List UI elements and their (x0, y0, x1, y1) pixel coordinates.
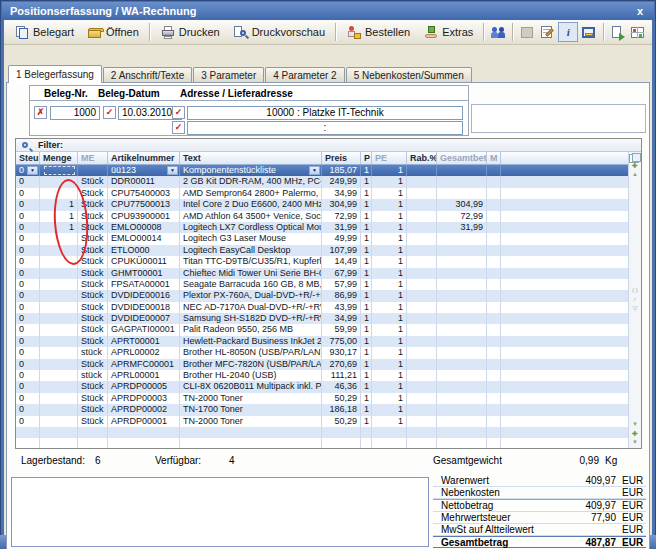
print-button[interactable]: Drucken (154, 22, 226, 43)
cell-p: 1 (361, 176, 372, 187)
notes-button[interactable] (538, 22, 558, 42)
lieferadresse-field[interactable]: : (187, 121, 463, 135)
table-row[interactable]: 0 Stück GHMT00001 Chieftec Midi Tower Un… (16, 268, 628, 279)
table-row[interactable]: 0 1 Stück CPU77500013 Intel Core 2 Duo E… (16, 199, 628, 210)
cell-p: 1 (361, 393, 372, 404)
tab-belegerfassung[interactable]: 1 Belegerfassung (8, 65, 102, 83)
table-row[interactable]: 0 Stück CPU75400003 AMD Sempron64 2800+ … (16, 188, 628, 199)
selected-row[interactable]: 0 ▼ üü123 ▼ Komponentenstückliste ▼ (16, 165, 628, 176)
col-header-m[interactable]: M (487, 152, 501, 164)
table-row[interactable]: 0 Stück DVDIDE00016 Plextor PX-760A, Dua… (16, 290, 628, 301)
scroll-down-icon[interactable]: ▼ (632, 420, 638, 429)
edit-lieferadresse-icon[interactable]: ✓ (172, 121, 185, 134)
order-button[interactable]: Bestellen (340, 22, 416, 43)
cell-filler (501, 404, 628, 415)
cell-menge (40, 245, 78, 256)
totals-unit: EUR (616, 524, 646, 535)
customers-button[interactable] (488, 22, 508, 42)
position-text-box[interactable] (11, 477, 429, 547)
tab-parameter-2[interactable]: 4 Parameter 2 (265, 67, 344, 83)
table-row[interactable]: 0 1 Stück CPU93900001 AMD Athlon 64 3500… (16, 211, 628, 222)
delete-icon[interactable]: ✗ (34, 106, 47, 119)
menge-edit-box[interactable] (44, 166, 75, 175)
text-dropdown-icon[interactable]: ▼ (309, 166, 320, 175)
print-preview-button[interactable]: Druckvorschau (227, 22, 331, 43)
totals-unit: EUR (616, 487, 646, 498)
table-row[interactable]: 0 Stück APRDP00001 TN-2000 Toner 50,29 1… (16, 416, 628, 427)
table-row[interactable]: 0 Stück GAGPATI00001 Palit Radeon 9550, … (16, 324, 628, 335)
table-row[interactable]: 0 Stück DVDIDE00018 NEC AD-7170A Dual-DV… (16, 302, 628, 313)
steu-dropdown-icon[interactable]: ▼ (27, 166, 38, 175)
cell-text: TN-1700 Toner (180, 404, 322, 415)
export-button[interactable] (608, 22, 628, 42)
col-header-menge[interactable]: Menge (40, 152, 78, 164)
cell-me: Stück (78, 393, 108, 404)
grid-nav-strip[interactable]: ▲ ✚ ▲ ( ) ⌕ ▽ ▼ ✚ ▼ (628, 152, 641, 448)
col-header-p[interactable]: P (361, 152, 372, 164)
col-header-steu[interactable]: Steu (16, 152, 40, 164)
tab-anschrift-texte[interactable]: 2 Anschrift/Texte (103, 67, 192, 83)
brackets-icon[interactable]: ( ) (632, 286, 638, 295)
table-row[interactable]: 0 1 Stück EMLO00008 Logitech LX7 Cordles… (16, 222, 628, 233)
cell-menge (40, 233, 78, 244)
col-header-me[interactable]: ME (78, 152, 108, 164)
column-chooser-icon[interactable] (629, 154, 639, 163)
table-row[interactable]: 0 Stück DVDIDE00007 Samsung SH-S182D DVD… (16, 313, 628, 324)
cell-m (487, 290, 501, 301)
cell-me: Stück (78, 268, 108, 279)
belegart-button[interactable]: Belegart (8, 22, 80, 43)
title-bar[interactable]: Positionserfassung / WA-Rechnung x (2, 2, 654, 20)
panel-button[interactable] (517, 22, 537, 42)
append-row-icon[interactable]: ✚ (632, 429, 638, 438)
table-row[interactable]: 0 Stück DDR00011 2 GB Kit DDR-RAM, 400 M… (16, 176, 628, 187)
col-header-preis[interactable]: Preis (322, 152, 361, 164)
adresse-field[interactable]: 10000 : Platzke IT-Technik (187, 106, 463, 120)
cell-steu: 0 (16, 188, 40, 199)
cell-preis: 67,99 (322, 268, 361, 279)
tab-parameter[interactable]: 3 Parameter (193, 67, 264, 83)
cell-me: Stück (78, 222, 108, 233)
empty-row[interactable] (16, 427, 628, 438)
open-button[interactable]: Öffnen (81, 22, 145, 43)
table-row[interactable]: 0 Stück APRDP00003 TN-2000 Toner 50,29 1… (16, 393, 628, 404)
table-row[interactable]: 0 Stück FPSATA00001 Seagate Barracuda 16… (16, 279, 628, 290)
grid-filter-row[interactable]: Filter: (16, 139, 641, 152)
cell-text: 2 GB Kit DDR-RAM, 400 MHz, PC-3200, G.Sk… (180, 176, 322, 187)
artikelnummer-dropdown-icon[interactable]: ▼ (167, 166, 178, 175)
side-notes-field[interactable] (471, 104, 646, 133)
col-header-gesamtbetrag[interactable]: Gesamtbetrag (437, 152, 487, 164)
table-row[interactable]: 0 Stück EMLO00014 Logitech G3 Laser Mous… (16, 233, 628, 244)
scroll-bottom-icon[interactable]: ▼ (632, 438, 638, 447)
table-row[interactable]: 0 stück APRL00002 Brother HL-8050N (USB/… (16, 347, 628, 358)
col-header-text[interactable]: Text (180, 152, 322, 164)
scroll-up-icon[interactable]: ▲ (632, 170, 638, 179)
col-header-artikelnummer[interactable]: Artikelnummer (108, 152, 180, 164)
filter-funnel-icon[interactable]: ▽ (633, 304, 638, 313)
table-row[interactable]: 0 Stück CPUKÜ00011 Titan TTC-D9TB/CU35/R… (16, 256, 628, 267)
tab-nebenkosten-summen[interactable]: 5 Nebenkosten/Summen (346, 67, 472, 83)
cell-menge-editor[interactable] (40, 165, 78, 176)
beleg-nr-field[interactable]: 1000 (50, 106, 100, 120)
edit-date-icon[interactable]: ✓ (103, 106, 116, 119)
table-row[interactable]: 0 Stück ETLO000 Logitech EasyCall Deskto… (16, 245, 628, 256)
frame-button[interactable] (579, 22, 599, 42)
cell-menge (40, 302, 78, 313)
empty-row[interactable] (16, 438, 628, 448)
close-button[interactable]: x (634, 5, 646, 17)
cell-m (487, 359, 501, 370)
col-header-pe[interactable]: PE (372, 152, 407, 164)
table-row[interactable]: 0 Stück APRT00001 Hewlett-Packard Busine… (16, 336, 628, 347)
table-row[interactable]: 0 Stück APRDP00002 TN-1700 Toner 186,18 … (16, 404, 628, 415)
extras-button[interactable]: Extras (417, 22, 479, 43)
cell-artikelnummer[interactable]: üü123 ▼ (108, 165, 180, 176)
edit-adresse-icon[interactable]: ✓ (172, 106, 185, 119)
info-button[interactable]: i (558, 22, 578, 42)
table-row[interactable]: 0 Stück APRMFC00001 Brother MFC-7820N (U… (16, 359, 628, 370)
col-header-rab[interactable]: Rab.% (407, 152, 437, 164)
table-row[interactable]: 0 Stück APRDP00005 CLI-8X 0620B011 Multi… (16, 381, 628, 392)
table-button[interactable] (628, 22, 648, 42)
cell-text[interactable]: Komponentenstückliste ▼ (180, 165, 322, 176)
table-row[interactable]: 0 stück APRL00001 Brother HL-2040 (USB) … (16, 370, 628, 381)
search-icon[interactable]: ⌕ (633, 295, 636, 304)
cell-gesamtbetrag: 72,99 (437, 211, 487, 222)
